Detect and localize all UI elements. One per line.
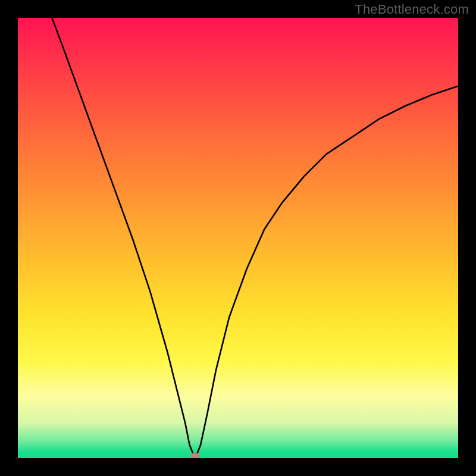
plot-area <box>18 18 458 458</box>
bottleneck-curve <box>49 18 458 456</box>
chart-frame: TheBottleneck.com <box>0 0 476 476</box>
optimal-marker <box>191 453 199 458</box>
watermark-text: TheBottleneck.com <box>355 2 469 17</box>
curve-layer <box>18 18 458 458</box>
